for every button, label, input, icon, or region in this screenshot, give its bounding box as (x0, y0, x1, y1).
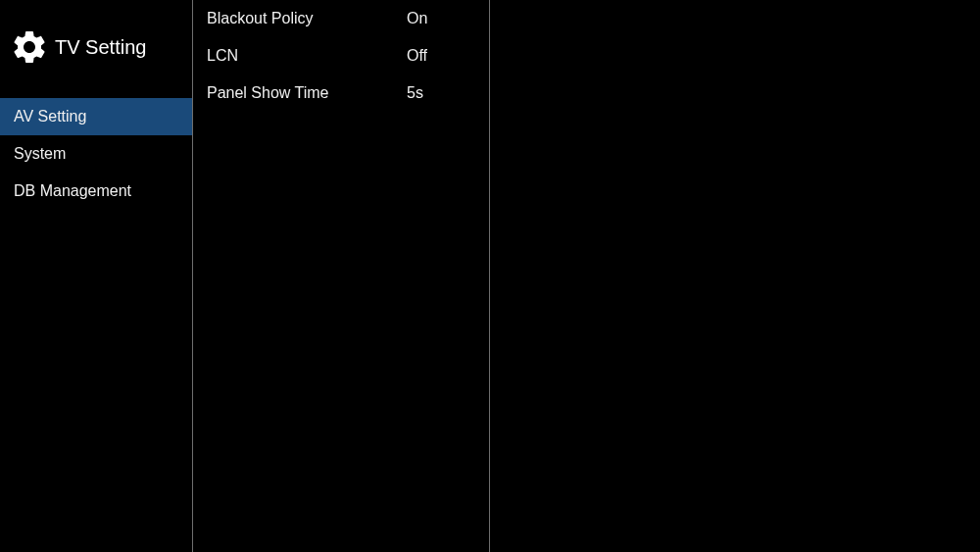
setting-row-blackout-policy[interactable]: Blackout Policy On (193, 0, 489, 37)
sidebar-item-label: System (14, 145, 66, 162)
setting-value: 5s (407, 84, 475, 102)
setting-label: Blackout Policy (207, 10, 407, 27)
setting-label: Panel Show Time (207, 84, 407, 102)
setting-label: LCN (207, 47, 407, 65)
sidebar: TV Setting AV Setting System DB Manageme… (0, 0, 193, 552)
sidebar-title: TV Setting (55, 36, 146, 59)
setting-row-lcn[interactable]: LCN Off (193, 37, 489, 75)
setting-value: Off (407, 47, 475, 65)
preview-area (490, 0, 980, 552)
setting-row-panel-show-time[interactable]: Panel Show Time 5s (193, 75, 489, 112)
settings-panel: Blackout Policy On LCN Off Panel Show Ti… (193, 0, 490, 552)
sidebar-item-system[interactable]: System (0, 135, 192, 173)
sidebar-item-label: AV Setting (14, 108, 86, 125)
sidebar-header: TV Setting (0, 0, 192, 98)
gear-icon (10, 27, 49, 67)
sidebar-item-db-management[interactable]: DB Management (0, 173, 192, 210)
setting-value: On (407, 10, 475, 27)
sidebar-item-av-setting[interactable]: AV Setting (0, 98, 192, 135)
sidebar-item-label: DB Management (14, 182, 131, 199)
